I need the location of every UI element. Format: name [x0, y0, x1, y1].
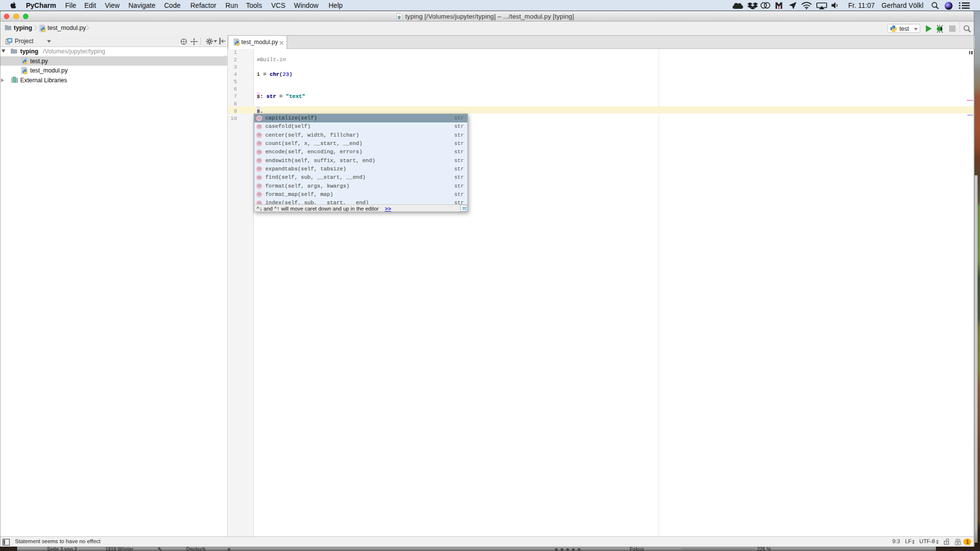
svg-text:1: 1 [966, 539, 969, 545]
